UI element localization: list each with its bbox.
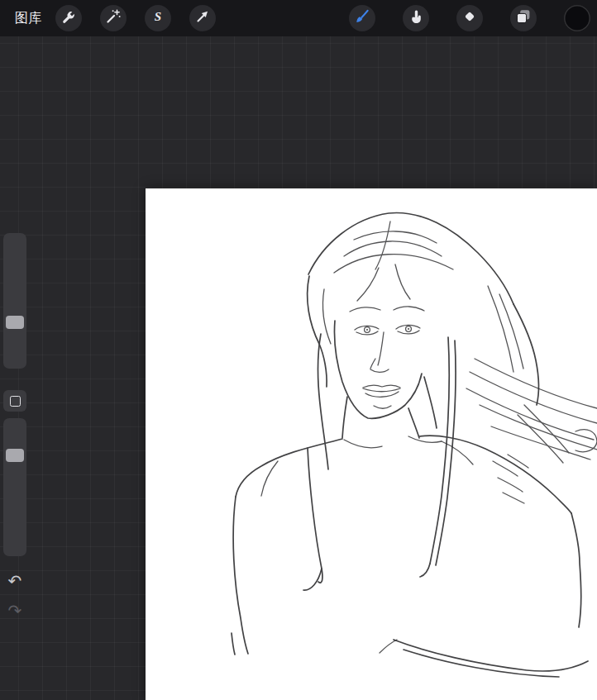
brush-icon: [353, 7, 371, 29]
undo-arrow-icon: ↶: [8, 572, 22, 590]
selection-s-icon: S: [149, 7, 167, 29]
top-toolbar: 图库: [0, 0, 597, 36]
opacity-handle[interactable]: [6, 449, 24, 462]
brush-size-handle[interactable]: [6, 316, 24, 329]
transform-arrow-icon: [193, 7, 212, 29]
svg-text:S: S: [155, 10, 161, 23]
undo-button[interactable]: ↶: [8, 573, 22, 589]
eraser-icon: [461, 7, 479, 29]
smudge-finger-icon: [407, 7, 425, 29]
tool-sidebar: ↶ ↷: [3, 233, 26, 619]
drawing-canvas[interactable]: [146, 188, 597, 700]
selection-button[interactable]: S: [145, 5, 171, 31]
smudge-button[interactable]: [403, 5, 429, 31]
modify-square-icon: [10, 396, 21, 407]
brush-size-slider[interactable]: [3, 233, 26, 369]
adjustments-button[interactable]: [100, 5, 127, 31]
paint-button[interactable]: [349, 5, 375, 31]
left-tool-group: S: [55, 5, 216, 31]
canvas-artwork-sketch: [146, 188, 597, 700]
redo-arrow-icon: ↷: [8, 602, 22, 620]
eraser-button[interactable]: [456, 5, 483, 31]
layers-button[interactable]: [510, 5, 537, 31]
opacity-slider[interactable]: [3, 418, 26, 556]
gallery-button[interactable]: 图库: [15, 10, 42, 27]
app-window: 图库: [0, 0, 597, 700]
actions-button[interactable]: [55, 5, 82, 31]
transform-button[interactable]: [189, 5, 216, 31]
right-tool-group: [349, 5, 590, 31]
redo-button[interactable]: ↷: [8, 602, 22, 619]
modify-button[interactable]: [3, 390, 26, 412]
layers-icon: [514, 7, 533, 29]
magic-wand-icon: [104, 7, 122, 29]
wrench-icon: [60, 7, 78, 29]
color-swatch-button[interactable]: [564, 5, 590, 31]
